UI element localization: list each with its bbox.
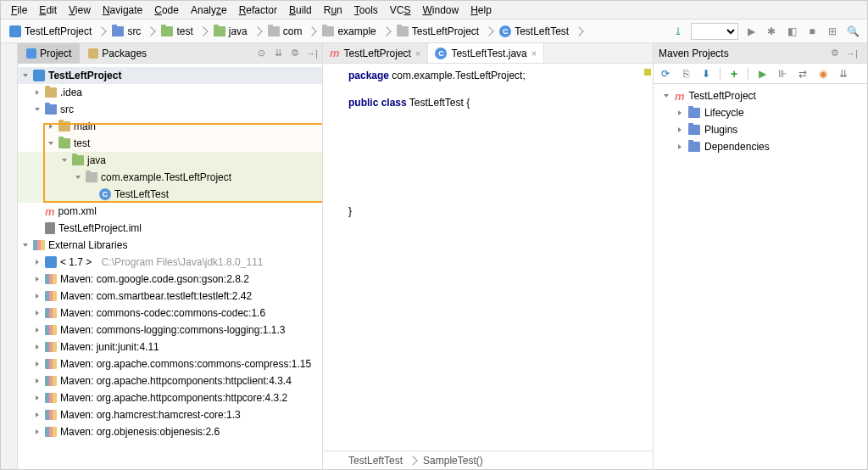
tree-library[interactable]: Maven: org.apache.httpcomponents:httpcor…: [18, 389, 322, 406]
menu-navigate[interactable]: Navigate: [97, 3, 147, 18]
execute-goal-icon[interactable]: ⊪: [776, 67, 789, 81]
menu-edit[interactable]: Edit: [34, 3, 62, 18]
bc-class[interactable]: TestLeftTest: [348, 455, 403, 467]
maven-lifecycle[interactable]: Lifecycle: [654, 104, 867, 121]
folder-icon: [268, 26, 280, 36]
tree-root[interactable]: TestLeftProject: [18, 67, 322, 84]
folder-icon: [58, 138, 70, 148]
menu-build[interactable]: Build: [284, 3, 317, 18]
close-tab-icon[interactable]: ×: [531, 48, 537, 59]
tree-library[interactable]: Maven: commons-codec:commons-codec:1.6: [18, 305, 322, 322]
collapse-maven-icon[interactable]: ⇊: [837, 67, 850, 81]
menu-run[interactable]: Run: [319, 3, 348, 18]
crumb-class[interactable]: TestLeftTest: [515, 25, 569, 37]
close-tab-icon[interactable]: ×: [415, 48, 420, 59]
settings-icon[interactable]: ⚙: [288, 47, 302, 60]
editor-tab-pom[interactable]: mTestLeftProject×: [323, 43, 428, 63]
show-deps-icon[interactable]: ◉: [816, 67, 830, 81]
add-icon[interactable]: +: [727, 67, 741, 81]
menu-file[interactable]: File: [6, 3, 32, 18]
tree-test[interactable]: test: [18, 135, 322, 152]
menu-view[interactable]: View: [64, 3, 96, 18]
menu-analyze[interactable]: Analyze: [186, 3, 232, 18]
structure-button[interactable]: ⊞: [825, 24, 840, 39]
collapse-all-icon[interactable]: ⇊: [271, 47, 285, 60]
library-icon: [45, 376, 57, 386]
scroll-from-source-icon[interactable]: ⊙: [254, 47, 268, 60]
search-button[interactable]: 🔍: [845, 24, 860, 39]
project-tree[interactable]: TestLeftProject .idea src main test java…: [18, 64, 322, 469]
menu-refactor[interactable]: Refactor: [234, 3, 282, 18]
menu-window[interactable]: Window: [417, 3, 464, 18]
tree-external-libraries[interactable]: External Libraries: [18, 237, 322, 254]
tree-library[interactable]: Maven: org.objenesis:objenesis:2.6: [18, 423, 322, 440]
maven-panel: Maven Projects ⚙ →| ⟳ ⎘ ⬇ + ▶ ⊪ ⇄ ◉ ⇊ mT…: [654, 43, 867, 469]
refresh-icon[interactable]: ⟳: [659, 67, 672, 81]
tree-library[interactable]: Maven: com.smartbear.testleft:testleft:2…: [18, 288, 322, 305]
generate-sources-icon[interactable]: ⎘: [679, 67, 693, 81]
maven-tree[interactable]: mTestLeftProject Lifecycle Plugins Depen…: [654, 84, 867, 159]
tree-idea[interactable]: .idea: [18, 84, 322, 101]
library-icon: [45, 359, 57, 369]
run-button[interactable]: ▶: [743, 24, 759, 39]
folder-icon: [322, 26, 334, 36]
menu-help[interactable]: Help: [465, 3, 497, 18]
stop-button[interactable]: ■: [804, 24, 820, 39]
crumb-src[interactable]: src: [127, 25, 141, 37]
maven-root[interactable]: mTestLeftProject: [654, 87, 867, 104]
make-button[interactable]: ⤓: [670, 24, 686, 39]
crumb-example[interactable]: example: [337, 25, 376, 37]
debug-button[interactable]: ✱: [764, 24, 779, 39]
hide-icon[interactable]: →|: [305, 47, 319, 60]
crumb-com[interactable]: com: [283, 25, 303, 37]
folder-icon: [688, 142, 700, 152]
crumb-test[interactable]: test: [176, 25, 192, 37]
tree-library[interactable]: Maven: commons-logging:commons-logging:1…: [18, 322, 322, 339]
maven-hide-icon[interactable]: →|: [845, 47, 859, 60]
crumb-java[interactable]: java: [229, 25, 248, 37]
download-icon[interactable]: ⬇: [699, 67, 713, 81]
module-icon: [9, 25, 21, 37]
maven-header: Maven Projects ⚙ →|: [654, 43, 867, 64]
jdk-path: C:\Program Files\Java\jdk1.8.0_111: [102, 256, 264, 268]
tree-java[interactable]: java: [18, 152, 322, 169]
tree-library[interactable]: Maven: org.apache.commons:commons-compre…: [18, 355, 322, 372]
library-icon: [45, 427, 57, 437]
tree-library[interactable]: Maven: com.google.code.gson:gson:2.8.2: [18, 271, 322, 288]
tree-pom[interactable]: mpom.xml: [18, 203, 322, 220]
editor-tabs: mTestLeftProject× CTestLeftTest.java×: [323, 43, 653, 64]
tree-iml[interactable]: TestLeftProject.iml: [18, 220, 322, 237]
tree-package[interactable]: com.example.TestLeftProject: [18, 169, 322, 186]
tree-jdk[interactable]: < 1.7 > C:\Program Files\Java\jdk1.8.0_1…: [18, 254, 322, 271]
maven-plugins[interactable]: Plugins: [654, 121, 867, 138]
folder-icon: [45, 87, 57, 98]
menu-tools[interactable]: Tools: [349, 3, 383, 18]
tab-project[interactable]: Project: [18, 43, 80, 64]
toggle-offline-icon[interactable]: ⇄: [796, 67, 810, 81]
folder-icon: [397, 26, 409, 36]
editor-breadcrumb[interactable]: TestLeftTestSampleTest(): [323, 450, 653, 469]
run-maven-icon[interactable]: ▶: [755, 67, 769, 81]
tree-library[interactable]: Maven: junit:junit:4.11: [18, 339, 322, 355]
editor-tab-java[interactable]: CTestLeftTest.java×: [428, 43, 544, 63]
menu-code[interactable]: Code: [149, 3, 184, 18]
menu-vcs[interactable]: VCS: [385, 3, 416, 18]
maven-settings-icon[interactable]: ⚙: [828, 47, 842, 60]
tree-library[interactable]: Maven: org.hamcrest:hamcrest-core:1.3: [18, 406, 322, 423]
folder-icon: [214, 26, 225, 36]
project-icon: [26, 48, 36, 59]
bc-method[interactable]: SampleTest(): [423, 455, 483, 467]
tree-src[interactable]: src: [18, 101, 322, 118]
module-icon: [33, 70, 45, 81]
maven-dependencies[interactable]: Dependencies: [654, 138, 867, 155]
tree-class[interactable]: CTestLeftTest: [18, 186, 322, 203]
tab-packages[interactable]: Packages: [80, 43, 155, 64]
crumb-project[interactable]: TestLeftProject: [25, 25, 92, 37]
tree-main[interactable]: main: [18, 118, 322, 135]
crumb-pkg[interactable]: TestLeftProject: [412, 25, 479, 37]
code-editor[interactable]: package com.example.TestLeftProject; pub…: [323, 64, 653, 450]
coverage-button[interactable]: ◧: [784, 24, 799, 39]
breadcrumb[interactable]: TestLeftProject src test java com exampl…: [1, 24, 670, 39]
run-config-select[interactable]: [691, 23, 738, 40]
tree-library[interactable]: Maven: org.apache.httpcomponents:httpcli…: [18, 372, 322, 389]
